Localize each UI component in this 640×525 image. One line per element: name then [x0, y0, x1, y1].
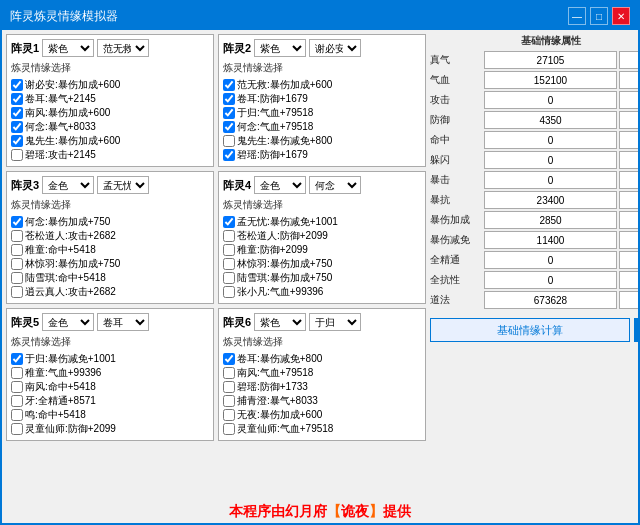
checkbox-3-5[interactable] [11, 272, 23, 284]
attr-row-7: 暴抗 [430, 191, 638, 209]
titlebar-controls: — □ ✕ [568, 7, 630, 25]
checkbox-5-5[interactable] [11, 409, 23, 421]
attr-ling-input-2[interactable] [619, 91, 638, 109]
attr-base-input-2[interactable] [484, 91, 617, 109]
attr-ling-input-9[interactable] [619, 231, 638, 249]
attr-base-input-9[interactable] [484, 231, 617, 249]
attr-ling-input-6[interactable] [619, 171, 638, 189]
squad-section-title-6: 炼灵情缘选择 [223, 335, 421, 349]
checkbox-2-1[interactable] [223, 79, 235, 91]
squad-color-select-2[interactable]: 紫色金色蓝色 [254, 39, 306, 57]
attr-ling-input-7[interactable] [619, 191, 638, 209]
squad-color-select-4[interactable]: 金色紫色蓝色 [254, 176, 306, 194]
squad-name-select-2[interactable]: 谢必安范无救孟无忧 [309, 39, 361, 57]
list-item: 碧瑶:防御+1679 [223, 148, 421, 161]
base-calc-button[interactable]: 基础情缘计算 [430, 318, 630, 342]
close-button[interactable]: ✕ [612, 7, 630, 25]
squad-name-select-3[interactable]: 孟无忧何念苍松道人 [97, 176, 149, 194]
squad-color-select-3[interactable]: 金色紫色蓝色 [42, 176, 94, 194]
squad-row-3: 阵灵5 金色紫色蓝色 卷耳于归稚童 炼灵情缘选择 于归:暴伤减免+1001 稚童… [6, 308, 426, 441]
checkbox-4-5[interactable] [223, 272, 235, 284]
checkbox-3-6[interactable] [11, 286, 23, 298]
checkbox-1-2[interactable] [11, 93, 23, 105]
squad-color-select-5[interactable]: 金色紫色蓝色 [42, 313, 94, 331]
list-item: 于归:气血+79518 [223, 106, 421, 119]
squad-row-2: 阵灵3 金色紫色蓝色 孟无忧何念苍松道人 炼灵情缘选择 何念:暴伤加成+750 … [6, 171, 426, 304]
squad-label-4: 阵灵4 [223, 178, 251, 193]
checkbox-4-6[interactable] [223, 286, 235, 298]
checkbox-5-3[interactable] [11, 381, 23, 393]
checkbox-1-5[interactable] [11, 135, 23, 147]
attr-base-input-10[interactable] [484, 251, 617, 269]
attr-base-input-8[interactable] [484, 211, 617, 229]
checkbox-6-1[interactable] [223, 353, 235, 365]
attr-ling-input-0[interactable] [619, 51, 638, 69]
attr-base-input-4[interactable] [484, 131, 617, 149]
list-item: 卷耳:暴伤减免+800 [223, 352, 421, 365]
squad-section-title-4: 炼灵情缘选择 [223, 198, 421, 212]
checkbox-2-4[interactable] [223, 121, 235, 133]
attr-base-input-3[interactable] [484, 111, 617, 129]
checkbox-6-2[interactable] [223, 367, 235, 379]
checkbox-1-4[interactable] [11, 121, 23, 133]
checkbox-6-3[interactable] [223, 381, 235, 393]
checkbox-4-1[interactable] [223, 216, 235, 228]
attr-ling-input-4[interactable] [619, 131, 638, 149]
checkbox-3-3[interactable] [11, 244, 23, 256]
checkbox-5-6[interactable] [11, 423, 23, 435]
list-item: 卷耳:防御+1679 [223, 92, 421, 105]
checkbox-5-2[interactable] [11, 367, 23, 379]
checkbox-2-3[interactable] [223, 107, 235, 119]
checkbox-3-1[interactable] [11, 216, 23, 228]
squad-box-1: 阵灵1 紫色金色蓝色 范无救谢必安孟无忧 炼灵情缘选择 谢必安:暴伤加成+600… [6, 34, 214, 167]
checkbox-6-5[interactable] [223, 409, 235, 421]
checkbox-2-2[interactable] [223, 93, 235, 105]
maximize-button[interactable]: □ [590, 7, 608, 25]
checkbox-6-4[interactable] [223, 395, 235, 407]
checkbox-1-3[interactable] [11, 107, 23, 119]
attr-row-4: 命中 [430, 131, 638, 149]
checkbox-1-6[interactable] [11, 149, 23, 161]
list-item: 南风:命中+5418 [11, 380, 209, 393]
attr-ling-input-11[interactable] [619, 271, 638, 289]
attr-base-input-11[interactable] [484, 271, 617, 289]
checkbox-2-6[interactable] [223, 149, 235, 161]
attr-ling-input-8[interactable] [619, 211, 638, 229]
ling-calc-button[interactable]: 炼灵情缘计算 [634, 318, 639, 342]
checkbox-5-1[interactable] [11, 353, 23, 365]
bottom-buttons: 基础情缘计算 炼灵情缘计算 清空 [430, 318, 638, 342]
attr-base-input-12[interactable] [484, 291, 617, 309]
attr-ling-input-3[interactable] [619, 111, 638, 129]
list-item: 稚童:防御+2099 [223, 243, 421, 256]
squad-color-select-6[interactable]: 紫色金色蓝色 [254, 313, 306, 331]
attr-ling-input-5[interactable] [619, 151, 638, 169]
attr-base-input-1[interactable] [484, 71, 617, 89]
checkbox-2-5[interactable] [223, 135, 235, 147]
squad-name-select-6[interactable]: 于归卷耳南风 [309, 313, 361, 331]
attr-name-10: 全精通 [430, 253, 482, 267]
checkbox-3-2[interactable] [11, 230, 23, 242]
checkbox-3-4[interactable] [11, 258, 23, 270]
squad-name-select-1[interactable]: 范无救谢必安孟无忧 [97, 39, 149, 57]
checkbox-5-4[interactable] [11, 395, 23, 407]
checkbox-4-3[interactable] [223, 244, 235, 256]
checkbox-1-1[interactable] [11, 79, 23, 91]
squad-color-select-1[interactable]: 紫色金色蓝色 [42, 39, 94, 57]
list-item: 林惊羽:暴伤加成+750 [11, 257, 209, 270]
checkbox-4-2[interactable] [223, 230, 235, 242]
list-item: 范无救:暴伤加成+600 [223, 78, 421, 91]
checkbox-6-6[interactable] [223, 423, 235, 435]
attr-base-input-5[interactable] [484, 151, 617, 169]
squad-name-select-5[interactable]: 卷耳于归稚童 [97, 313, 149, 331]
attr-ling-input-10[interactable] [619, 251, 638, 269]
list-item: 稚童:命中+5418 [11, 243, 209, 256]
attr-base-input-7[interactable] [484, 191, 617, 209]
attr-row-1: 气血 [430, 71, 638, 89]
attr-base-input-6[interactable] [484, 171, 617, 189]
minimize-button[interactable]: — [568, 7, 586, 25]
attr-ling-input-12[interactable] [619, 291, 638, 309]
checkbox-4-4[interactable] [223, 258, 235, 270]
squad-name-select-4[interactable]: 何念孟无忧苍松道人 [309, 176, 361, 194]
attr-ling-input-1[interactable] [619, 71, 638, 89]
attr-base-input-0[interactable] [484, 51, 617, 69]
